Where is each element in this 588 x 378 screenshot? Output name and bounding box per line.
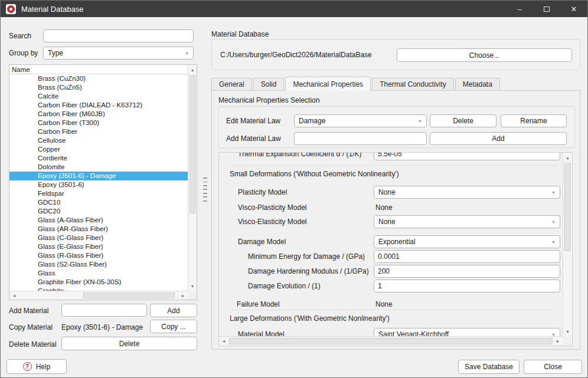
scroll-down-icon[interactable]: ▼ — [188, 281, 197, 291]
separator — [230, 310, 557, 310]
search-input[interactable] — [43, 29, 194, 42]
add-material-law-input[interactable] — [294, 132, 427, 145]
damage-model-label: Damage Model — [238, 235, 286, 248]
database-path: C:/Users/burger/GeoDict2026/MaterialData… — [220, 47, 372, 63]
min-energy-label: Minimum Energy for Damage / (GPa) — [248, 250, 365, 263]
material-list-item[interactable]: Carbon Fiber (M60JB) — [9, 110, 188, 119]
scroll-left-icon[interactable]: ◄ — [9, 291, 19, 300]
separator — [230, 165, 557, 166]
main-section-title: Material Database — [211, 30, 269, 38]
material-list-item[interactable]: Carbon Fiber — [9, 127, 188, 136]
material-list-item[interactable]: Glass (AR-Glass Fiber) — [9, 225, 188, 234]
group-by-select[interactable]: Type ▼ — [43, 47, 194, 60]
damage-model-select[interactable]: Exponential ▼ — [374, 235, 560, 248]
scroll-up-icon[interactable]: ▲ — [563, 153, 572, 162]
scroll-down-icon[interactable]: ▼ — [563, 327, 572, 336]
plasticity-model-row: Plasticity Model None ▼ — [219, 186, 559, 199]
list-vertical-scrollbar[interactable]: ▲ ▼ — [188, 65, 197, 291]
material-list-item[interactable]: GDC20 — [9, 207, 188, 216]
properties-horizontal-scrollbar[interactable]: ◄ ► — [219, 336, 563, 346]
damage-evolution-row: Damage Evolution / (1) — [219, 280, 559, 292]
material-model-row: Material Model Saint Venant-Kirchhoff ▼ — [219, 328, 559, 336]
min-energy-input[interactable] — [374, 250, 560, 263]
material-list-item[interactable]: Dolomite — [9, 163, 188, 172]
delete-law-button[interactable]: Delete — [430, 114, 496, 127]
material-list-item[interactable]: Copper — [9, 145, 188, 154]
visco-plasticity-label: Visco-Plasticity Model — [238, 201, 306, 214]
add-material-law-label: Add Material Law — [226, 134, 281, 143]
list-vscroll-thumb[interactable] — [190, 75, 195, 213]
damage-evolution-input[interactable] — [374, 280, 560, 292]
copy-material-value: Epoxy (3501-6) - Damage — [61, 323, 143, 332]
material-list-item[interactable]: Calcite — [9, 92, 188, 101]
tab[interactable]: Thermal Conductivity — [372, 78, 454, 90]
visco-elasticity-label: Visco-Elasticity Model — [238, 215, 306, 228]
tab[interactable]: Mechanical Properties — [285, 77, 371, 91]
list-hscroll-thumb[interactable] — [83, 292, 175, 298]
min-energy-row: Minimum Energy for Damage / (GPa) — [219, 250, 559, 263]
close-icon: ✕ — [571, 5, 577, 14]
material-list-item[interactable]: Graphite — [9, 287, 188, 291]
properties-selection-title: Mechanical Properties Selection — [218, 96, 319, 105]
material-list-item[interactable]: Brass (CuZn30) — [9, 74, 188, 83]
properties-vscroll-thumb[interactable] — [564, 163, 571, 251]
panel-splitter-handle[interactable] — [202, 178, 207, 202]
properties-scroll-area: Thermal Expansion Coefficient α / (1/K) … — [218, 152, 573, 346]
material-list-item[interactable]: GDC10 — [9, 198, 188, 207]
material-list-item[interactable]: Feldspar — [9, 189, 188, 198]
scroll-left-icon[interactable]: ◄ — [219, 337, 228, 346]
choose-database-button[interactable]: Choose... — [397, 48, 572, 62]
maximize-icon — [544, 6, 550, 12]
failure-model-value: None — [375, 298, 393, 311]
group-by-label: Group by — [9, 48, 38, 58]
material-list-item[interactable]: Glass (C-Glass Fiber) — [9, 234, 188, 242]
large-deformations-header: Large Deformations ('With Geometric Nonl… — [230, 314, 390, 323]
edit-material-law-select[interactable]: Damage ▼ — [294, 114, 427, 127]
add-law-button[interactable]: Add — [430, 132, 567, 145]
scroll-right-icon[interactable]: ► — [553, 337, 563, 346]
material-list-item[interactable]: Glass (R-Glass Fiber) — [9, 251, 188, 260]
tab[interactable]: Metadata — [455, 78, 500, 90]
help-button[interactable]: ? Help — [6, 359, 67, 374]
material-list-item[interactable]: Glass (S2-Glass Fiber) — [9, 260, 188, 269]
small-deformations-header: Small Deformations ('Without Geometric N… — [230, 170, 399, 178]
copy-material-button[interactable]: Copy ... — [150, 320, 197, 333]
chevron-down-icon: ▼ — [185, 51, 189, 55]
delete-material-button[interactable]: Delete — [61, 337, 197, 350]
material-list-item[interactable]: Carbon Fiber (T300) — [9, 119, 188, 127]
close-dialog-button[interactable]: Close — [524, 360, 582, 374]
plasticity-model-select[interactable]: None ▼ — [374, 186, 560, 199]
thermal-expansion-input[interactable] — [374, 153, 560, 160]
scroll-up-icon[interactable]: ▲ — [188, 65, 197, 74]
save-database-button[interactable]: Save Database — [458, 360, 520, 374]
visco-elasticity-select[interactable]: None ▼ — [374, 215, 560, 228]
properties-vertical-scrollbar[interactable]: ▲ ▼ — [563, 153, 572, 336]
material-list-item[interactable]: Graphite Fiber (XN-05-30S) — [9, 278, 188, 287]
material-list-item[interactable]: Glass (E-Glass Fiber) — [9, 242, 188, 251]
material-list-item[interactable]: Brass (CuZn5) — [9, 83, 188, 92]
close-button[interactable]: ✕ — [560, 1, 587, 17]
hardening-modulus-input[interactable] — [374, 265, 560, 278]
scroll-right-icon[interactable]: ► — [178, 291, 188, 300]
material-listbox: Name Brass (CuZn30)Brass (CuZn5)CalciteC… — [9, 64, 197, 300]
material-list-item[interactable]: Cordierite — [9, 154, 188, 163]
maximize-button[interactable] — [533, 1, 560, 17]
add-material-button[interactable]: Add — [150, 304, 197, 317]
properties-hscroll-thumb[interactable] — [229, 338, 553, 344]
tab[interactable]: General — [211, 78, 252, 90]
chevron-down-icon: ▼ — [551, 190, 556, 195]
tab[interactable]: Solid — [253, 78, 285, 90]
thermal-expansion-row: Thermal Expansion Coefficient α / (1/K) — [219, 153, 559, 160]
material-list-item[interactable]: Cellulose — [9, 136, 188, 145]
material-list-item[interactable]: Glass — [9, 269, 188, 278]
material-list-item[interactable]: Epoxy (3501-6) - Damage — [9, 172, 188, 180]
add-material-input[interactable] — [61, 304, 147, 317]
list-header-name[interactable]: Name — [9, 65, 188, 74]
material-list-item[interactable]: Epoxy (3501-6) — [9, 180, 188, 189]
material-model-select[interactable]: Saint Venant-Kirchhoff ▼ — [374, 328, 560, 336]
material-list-item[interactable]: Glass (A-Glass Fiber) — [9, 216, 188, 225]
minimize-button[interactable]: – — [506, 1, 533, 17]
material-list-item[interactable]: Carbon Fiber (DIALEAD - K63712) — [9, 101, 188, 110]
list-horizontal-scrollbar[interactable]: ◄ ► — [9, 291, 188, 300]
rename-law-button[interactable]: Rename — [501, 114, 567, 127]
